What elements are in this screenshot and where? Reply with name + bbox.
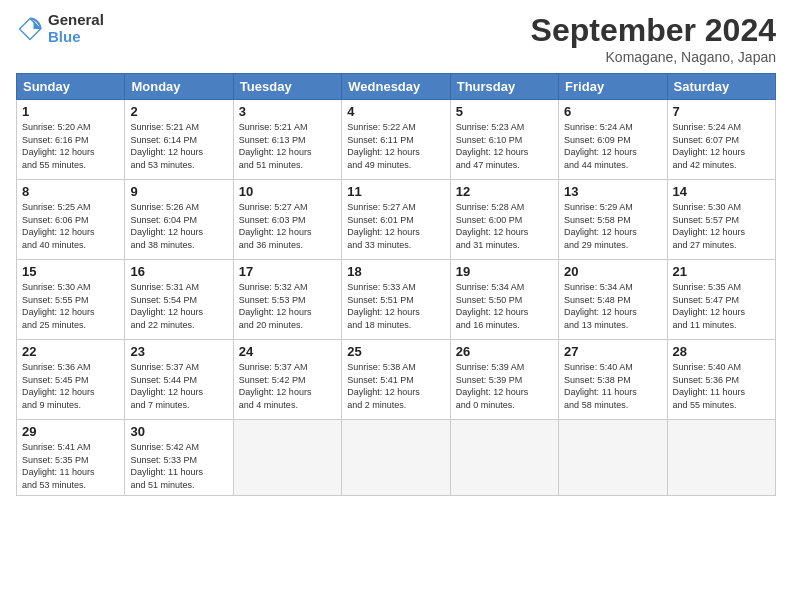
col-tuesday: Tuesday [233,74,341,100]
location: Komagane, Nagano, Japan [531,49,776,65]
col-thursday: Thursday [450,74,558,100]
day-info: Sunrise: 5:35 AMSunset: 5:47 PMDaylight:… [673,281,770,331]
day-info: Sunrise: 5:37 AMSunset: 5:44 PMDaylight:… [130,361,227,411]
day-info: Sunrise: 5:39 AMSunset: 5:39 PMDaylight:… [456,361,553,411]
day-info: Sunrise: 5:40 AMSunset: 5:38 PMDaylight:… [564,361,661,411]
table-cell: 16 Sunrise: 5:31 AMSunset: 5:54 PMDaylig… [125,260,233,340]
day-number: 17 [239,264,336,279]
day-number: 11 [347,184,444,199]
day-number: 2 [130,104,227,119]
day-info: Sunrise: 5:32 AMSunset: 5:53 PMDaylight:… [239,281,336,331]
table-cell: 25 Sunrise: 5:38 AMSunset: 5:41 PMDaylig… [342,340,450,420]
day-number: 10 [239,184,336,199]
table-cell: 26 Sunrise: 5:39 AMSunset: 5:39 PMDaylig… [450,340,558,420]
day-number: 3 [239,104,336,119]
table-cell: 14 Sunrise: 5:30 AMSunset: 5:57 PMDaylig… [667,180,775,260]
table-cell: 7 Sunrise: 5:24 AMSunset: 6:07 PMDayligh… [667,100,775,180]
logo-blue: Blue [48,29,104,46]
table-cell: 15 Sunrise: 5:30 AMSunset: 5:55 PMDaylig… [17,260,125,340]
col-friday: Friday [559,74,667,100]
table-cell: 17 Sunrise: 5:32 AMSunset: 5:53 PMDaylig… [233,260,341,340]
day-info: Sunrise: 5:29 AMSunset: 5:58 PMDaylight:… [564,201,661,251]
table-cell: 21 Sunrise: 5:35 AMSunset: 5:47 PMDaylig… [667,260,775,340]
day-info: Sunrise: 5:30 AMSunset: 5:55 PMDaylight:… [22,281,119,331]
day-number: 15 [22,264,119,279]
table-cell: 6 Sunrise: 5:24 AMSunset: 6:09 PMDayligh… [559,100,667,180]
table-cell: 28 Sunrise: 5:40 AMSunset: 5:36 PMDaylig… [667,340,775,420]
table-cell: 27 Sunrise: 5:40 AMSunset: 5:38 PMDaylig… [559,340,667,420]
day-number: 20 [564,264,661,279]
table-cell: 29 Sunrise: 5:41 AMSunset: 5:35 PMDaylig… [17,420,125,496]
table-cell: 5 Sunrise: 5:23 AMSunset: 6:10 PMDayligh… [450,100,558,180]
table-cell: 8 Sunrise: 5:25 AMSunset: 6:06 PMDayligh… [17,180,125,260]
day-number: 16 [130,264,227,279]
logo-general: General [48,12,104,29]
title-block: September 2024 Komagane, Nagano, Japan [531,12,776,65]
day-info: Sunrise: 5:20 AMSunset: 6:16 PMDaylight:… [22,121,119,171]
calendar-table: Sunday Monday Tuesday Wednesday Thursday… [16,73,776,496]
table-cell: 23 Sunrise: 5:37 AMSunset: 5:44 PMDaylig… [125,340,233,420]
day-info: Sunrise: 5:21 AMSunset: 6:14 PMDaylight:… [130,121,227,171]
table-cell [667,420,775,496]
table-cell: 12 Sunrise: 5:28 AMSunset: 6:00 PMDaylig… [450,180,558,260]
table-cell [450,420,558,496]
week-row-1: 1 Sunrise: 5:20 AMSunset: 6:16 PMDayligh… [17,100,776,180]
col-monday: Monday [125,74,233,100]
day-number: 19 [456,264,553,279]
day-info: Sunrise: 5:34 AMSunset: 5:50 PMDaylight:… [456,281,553,331]
day-number: 4 [347,104,444,119]
day-info: Sunrise: 5:30 AMSunset: 5:57 PMDaylight:… [673,201,770,251]
day-number: 28 [673,344,770,359]
header: General Blue September 2024 Komagane, Na… [16,12,776,65]
table-cell: 13 Sunrise: 5:29 AMSunset: 5:58 PMDaylig… [559,180,667,260]
day-info: Sunrise: 5:41 AMSunset: 5:35 PMDaylight:… [22,441,119,491]
table-cell: 4 Sunrise: 5:22 AMSunset: 6:11 PMDayligh… [342,100,450,180]
day-info: Sunrise: 5:37 AMSunset: 5:42 PMDaylight:… [239,361,336,411]
day-info: Sunrise: 5:31 AMSunset: 5:54 PMDaylight:… [130,281,227,331]
table-cell: 19 Sunrise: 5:34 AMSunset: 5:50 PMDaylig… [450,260,558,340]
calendar-container: General Blue September 2024 Komagane, Na… [0,0,792,612]
day-info: Sunrise: 5:38 AMSunset: 5:41 PMDaylight:… [347,361,444,411]
day-number: 24 [239,344,336,359]
table-cell: 22 Sunrise: 5:36 AMSunset: 5:45 PMDaylig… [17,340,125,420]
day-info: Sunrise: 5:24 AMSunset: 6:07 PMDaylight:… [673,121,770,171]
table-cell: 9 Sunrise: 5:26 AMSunset: 6:04 PMDayligh… [125,180,233,260]
day-number: 8 [22,184,119,199]
day-info: Sunrise: 5:28 AMSunset: 6:00 PMDaylight:… [456,201,553,251]
weekday-header-row: Sunday Monday Tuesday Wednesday Thursday… [17,74,776,100]
day-info: Sunrise: 5:33 AMSunset: 5:51 PMDaylight:… [347,281,444,331]
table-cell [233,420,341,496]
week-row-5: 29 Sunrise: 5:41 AMSunset: 5:35 PMDaylig… [17,420,776,496]
day-info: Sunrise: 5:25 AMSunset: 6:06 PMDaylight:… [22,201,119,251]
day-number: 25 [347,344,444,359]
day-number: 6 [564,104,661,119]
logo: General Blue [16,12,104,45]
month-title: September 2024 [531,12,776,49]
day-number: 27 [564,344,661,359]
week-row-4: 22 Sunrise: 5:36 AMSunset: 5:45 PMDaylig… [17,340,776,420]
day-number: 29 [22,424,119,439]
day-number: 26 [456,344,553,359]
table-cell: 11 Sunrise: 5:27 AMSunset: 6:01 PMDaylig… [342,180,450,260]
day-number: 5 [456,104,553,119]
table-cell: 1 Sunrise: 5:20 AMSunset: 6:16 PMDayligh… [17,100,125,180]
logo-icon [16,15,44,43]
day-info: Sunrise: 5:21 AMSunset: 6:13 PMDaylight:… [239,121,336,171]
day-number: 30 [130,424,227,439]
table-cell: 20 Sunrise: 5:34 AMSunset: 5:48 PMDaylig… [559,260,667,340]
table-cell: 2 Sunrise: 5:21 AMSunset: 6:14 PMDayligh… [125,100,233,180]
table-cell [559,420,667,496]
day-info: Sunrise: 5:40 AMSunset: 5:36 PMDaylight:… [673,361,770,411]
day-number: 18 [347,264,444,279]
table-cell: 18 Sunrise: 5:33 AMSunset: 5:51 PMDaylig… [342,260,450,340]
table-cell: 3 Sunrise: 5:21 AMSunset: 6:13 PMDayligh… [233,100,341,180]
table-cell: 10 Sunrise: 5:27 AMSunset: 6:03 PMDaylig… [233,180,341,260]
day-info: Sunrise: 5:26 AMSunset: 6:04 PMDaylight:… [130,201,227,251]
day-number: 23 [130,344,227,359]
day-number: 12 [456,184,553,199]
week-row-2: 8 Sunrise: 5:25 AMSunset: 6:06 PMDayligh… [17,180,776,260]
table-cell: 30 Sunrise: 5:42 AMSunset: 5:33 PMDaylig… [125,420,233,496]
col-wednesday: Wednesday [342,74,450,100]
week-row-3: 15 Sunrise: 5:30 AMSunset: 5:55 PMDaylig… [17,260,776,340]
day-number: 21 [673,264,770,279]
